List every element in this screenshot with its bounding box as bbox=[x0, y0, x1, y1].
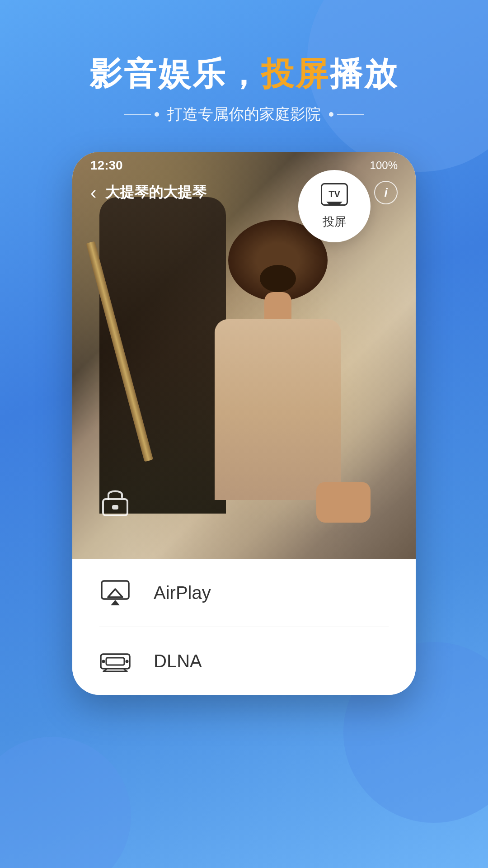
dlna-item[interactable]: DLNA bbox=[99, 627, 389, 695]
deco-dot-left bbox=[155, 112, 159, 117]
tv-cast-button[interactable]: TV 投屏 bbox=[298, 170, 371, 242]
back-button[interactable]: ‹ bbox=[90, 183, 96, 203]
airplay-icon bbox=[101, 580, 130, 605]
status-battery: 100% bbox=[370, 159, 398, 172]
svg-marker-4 bbox=[108, 589, 122, 597]
title-highlight: 投屏 bbox=[261, 56, 330, 92]
svg-rect-6 bbox=[106, 658, 124, 665]
airplay-item[interactable]: AirPlay bbox=[99, 559, 389, 627]
svg-point-7 bbox=[102, 660, 105, 663]
svg-rect-1 bbox=[112, 505, 118, 509]
deco-line-left bbox=[124, 114, 151, 115]
svg-rect-5 bbox=[101, 654, 130, 669]
title-part2: 播放 bbox=[330, 56, 399, 92]
lock-icon bbox=[99, 485, 131, 516]
content-wrapper: 影音娱乐，投屏播放 打造专属你的家庭影院 bbox=[0, 0, 488, 868]
header-section: 影音娱乐，投屏播放 打造专属你的家庭影院 bbox=[89, 54, 399, 125]
deco-left bbox=[124, 112, 159, 117]
svg-point-8 bbox=[126, 660, 129, 663]
dlna-icon bbox=[100, 650, 131, 672]
svg-marker-3 bbox=[111, 600, 120, 605]
person-back bbox=[176, 220, 380, 559]
nav-title: 大提琴的大提琴 bbox=[105, 183, 206, 203]
page-title: 影音娱乐，投屏播放 bbox=[89, 54, 399, 93]
bottom-panel: AirPlay D bbox=[72, 559, 416, 695]
dlna-icon-container bbox=[99, 650, 131, 672]
lock-icon-container[interactable] bbox=[99, 485, 131, 518]
hand-shape bbox=[316, 482, 371, 523]
hair-bun bbox=[260, 265, 296, 292]
deco-line-right bbox=[337, 114, 364, 115]
title-part1: 影音娱乐， bbox=[89, 56, 261, 92]
subtitle-text: 打造专属你的家庭影院 bbox=[167, 104, 321, 125]
tv-button-label: 投屏 bbox=[323, 214, 346, 230]
tv-icon-text: TV bbox=[328, 189, 340, 199]
deco-dot-right bbox=[329, 112, 333, 117]
info-icon: i bbox=[384, 186, 387, 200]
tv-icon: TV bbox=[321, 183, 348, 206]
info-button[interactable]: i bbox=[374, 181, 398, 204]
status-time: 12:30 bbox=[90, 158, 123, 173]
dlna-label: DLNA bbox=[154, 651, 202, 671]
airplay-icon-container bbox=[99, 581, 131, 604]
subtitle-line: 打造专属你的家庭影院 bbox=[89, 104, 399, 125]
deco-right bbox=[329, 112, 364, 117]
phone-screen: 12:30 100% ‹ 大提琴的大提琴 i bbox=[72, 152, 416, 695]
video-background: 12:30 100% ‹ 大提琴的大提琴 i bbox=[72, 152, 416, 559]
body-shape bbox=[215, 319, 341, 500]
airplay-label: AirPlay bbox=[154, 583, 211, 603]
phone-mockup: 12:30 100% ‹ 大提琴的大提琴 i bbox=[72, 152, 416, 695]
